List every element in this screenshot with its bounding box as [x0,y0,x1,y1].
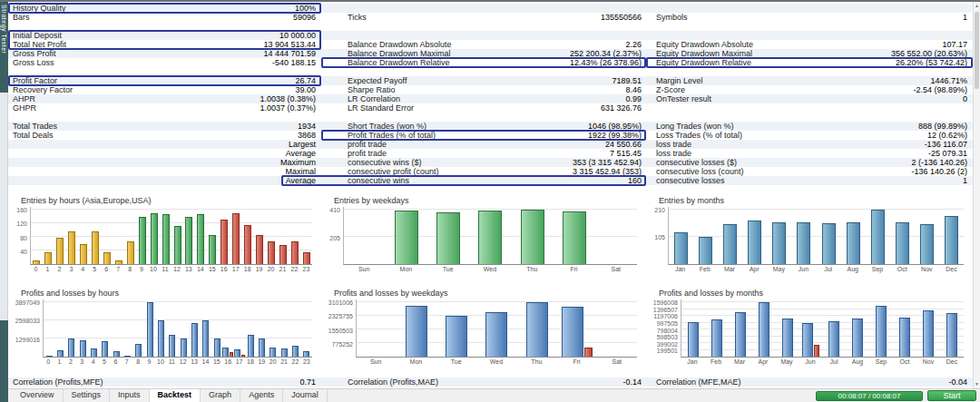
scrollbar-thumb[interactable] [975,12,979,89]
bar [268,241,275,264]
stat-label: Expected Payoff [348,76,407,85]
bar [802,323,813,357]
bar [222,348,229,357]
tab-journal[interactable]: Journal [283,389,328,402]
bar [197,214,204,264]
x-tick-label: 4 [88,358,99,367]
stat-value: 135550566 [601,13,642,22]
bar-group [111,299,122,357]
bar [279,245,287,264]
y-axis: 389704925980331299016 [8,299,43,358]
chart-title: Profits and losses by months [646,289,973,299]
stat-value: 1 [963,13,967,22]
toolbox-tabs-bar: OverviewSettingsInputsBacktestGraphAgent… [8,388,980,402]
chart-plot [356,299,637,358]
bar [46,356,53,357]
chart-profits-losses-by-weekdays: Profits and losses by weekdays3101006232… [321,287,646,374]
bar [147,302,153,357]
bar-group [219,207,230,264]
stat-label: Profit Factor [13,76,57,85]
stat-value: 0.71 [299,377,316,387]
x-tick-label: Oct [890,265,915,274]
bar [91,348,97,357]
stat-cell [321,4,646,13]
stat-cell: consecutive losses ($)2 (-136 140.26) [646,158,973,167]
bar [814,345,819,358]
tab-overview[interactable]: Overview [12,389,64,402]
tab-backtest[interactable]: Backtest [150,389,201,402]
bar [248,335,254,357]
bar-group [167,299,178,357]
vertical-scrollbar[interactable]: ▲ ▼ [973,2,980,388]
bar-group [172,207,183,264]
chart-entries-by-hours: Entries by hours (Asia,Europe,USA)160120… [8,194,321,281]
stat-value: Average [286,149,316,158]
bar-group [178,299,189,357]
stat-value: 252 200.34 (2.37%) [570,49,642,58]
bar [436,212,460,264]
bar [92,231,99,264]
bar [923,310,934,357]
stat-cell: Total Deals3868 [8,131,321,140]
x-tick-label: 7 [113,265,124,274]
y-tick-label: 210 [654,206,665,212]
bar-group [78,207,90,264]
y-tick-label: 1550503 [328,327,353,333]
bar [478,211,502,264]
x-tick-label: 23 [301,358,312,367]
stat-label: Balance Drawdown Maximal [348,49,451,58]
y-axis: 1596008139650711970069975057980045985033… [646,299,681,358]
bar-group [799,299,823,357]
y-axis: 410205 [321,207,343,265]
stat-row: Maximalconsecutive profit (count)3 315 4… [8,167,973,176]
bar-group [554,207,595,264]
scroll-up-icon[interactable]: ▲ [974,2,980,10]
bar-group [133,299,144,357]
bar [209,235,216,264]
bar [711,319,722,357]
stat-cell [646,4,973,13]
backtest-charts: Entries by hours (Asia,Europe,USA)160120… [8,194,973,374]
x-tick-label: Sat [597,358,637,367]
bar-group [245,299,256,357]
tab-graph[interactable]: Graph [201,389,240,402]
chart-body: 210105 [646,207,973,265]
bar [920,224,934,264]
stat-value: 13 904 513.44 [263,40,316,49]
y-tick-label: 105 [654,234,665,240]
chart-plot [668,207,964,265]
bar [158,320,164,357]
stat-cell: consecutive losses1 [646,176,973,185]
y-tick-label: 3897049 [15,299,40,306]
x-tick-label: 3 [65,265,77,274]
bar-group [155,299,166,357]
stat-value: 353 (3 315 452.94) [573,158,642,167]
x-tick-label: 21 [277,265,289,274]
bar-group [234,299,245,357]
tab-settings[interactable]: Settings [64,389,111,402]
chart-entries-by-weekdays: Entries by weekdays410205SunMonTueWedThu… [321,194,646,281]
stat-label: Ticks [348,13,367,22]
start-button[interactable]: Start [927,390,976,401]
x-tick-label: Nov [915,265,939,274]
stat-label: Short Trades (won %) [348,122,426,131]
stat-value: 24 550.66 [605,140,642,149]
strategy-tester-vertical-tab[interactable]: Strategy Tester [0,2,8,93]
x-tick-label: Feb [692,265,717,274]
x-tick-label: 1 [42,265,54,274]
bar [945,216,958,264]
stat-label: OnTester result [656,94,711,103]
stat-row: Recovery Factor39.00Sharpe Ratio8.46Z-Sc… [8,85,973,94]
tab-agents[interactable]: Agents [240,389,283,402]
y-tick-label: 1396507 [653,306,678,312]
bar [115,260,122,264]
stat-value: 10 000.00 [279,31,316,40]
stat-value: 3868 [298,131,316,140]
stat-cell: consecutive wins160 [321,176,646,185]
stat-label: AHPR [13,94,35,103]
x-tick-label: 15 [211,358,222,367]
x-tick-label: 19 [256,358,267,367]
scroll-down-icon[interactable]: ▼ [974,380,980,388]
tab-inputs[interactable]: Inputs [110,389,150,402]
bar [68,338,74,357]
